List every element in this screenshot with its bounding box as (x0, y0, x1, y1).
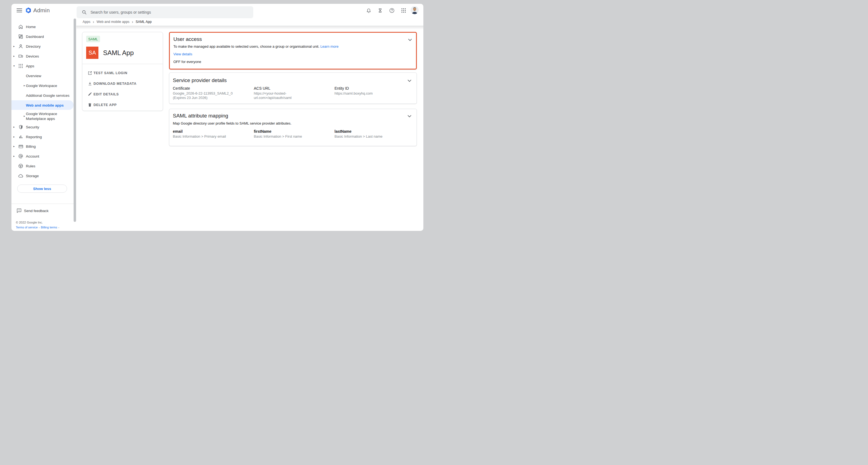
chevron-right-icon: ▸ (13, 45, 15, 48)
steering-wheel-icon (18, 163, 24, 169)
tasks-button[interactable] (377, 7, 383, 13)
chevron-down-icon[interactable] (408, 39, 412, 41)
sidebar-item-google-workspace[interactable]: ▸ Google Workspace (11, 81, 76, 91)
sidebar-item-directory[interactable]: ▸ Directory (11, 41, 76, 51)
chevron-right-icon: ▸ (24, 84, 25, 87)
breadcrumb-separator-icon: › (93, 20, 94, 24)
terms-of-service-link[interactable]: Terms of service (16, 226, 38, 229)
attribute-mapping-title: SAML attribute mapping (173, 113, 228, 119)
trash-icon (88, 102, 92, 107)
chevron-right-icon: ▸ (13, 135, 15, 138)
admin-hexagon-icon (25, 7, 32, 13)
sidebar-item-additional-google-services[interactable]: Additional Google services (11, 91, 76, 100)
footer-links: Terms of service - Billing terms - (16, 226, 59, 229)
show-less-button[interactable]: Show less (17, 185, 67, 193)
sidebar-item-home[interactable]: Home (11, 22, 76, 32)
user-access-card: User access To make the managed app avai… (169, 32, 417, 69)
view-details-link[interactable]: View details (174, 52, 192, 56)
app-title: SAML App (103, 49, 134, 57)
notifications-button[interactable] (365, 7, 372, 13)
sidebar-divider (11, 204, 76, 204)
credit-card-icon (18, 144, 24, 149)
account-avatar[interactable] (410, 6, 419, 14)
sidebar-item-devices[interactable]: ▸ Devices (11, 51, 76, 61)
app-info-card: SAML SA SAML App TEST SAML LOGIN DOWNLOA… (82, 32, 163, 111)
download-icon (88, 81, 92, 86)
sidebar-item-account[interactable]: ▸ Account (11, 151, 76, 161)
header-scroll-shadow (76, 26, 423, 29)
chevron-down-icon[interactable] (408, 115, 411, 118)
mapping-lastname: lastName Basic Information > Last name (335, 129, 412, 139)
test-saml-login-button[interactable]: TEST SAML LOGIN (82, 69, 163, 76)
breadcrumb-apps[interactable]: Apps (83, 20, 91, 24)
sidebar-item-security[interactable]: ▸ Security (11, 122, 76, 132)
cloud-icon (18, 173, 24, 179)
user-access-title: User access (174, 36, 202, 42)
footer-separator: - (39, 226, 40, 229)
chevron-down-icon: ▾ (13, 65, 15, 67)
admin-console-window: Admin (11, 4, 423, 231)
product-name: Admin (33, 7, 50, 13)
help-button[interactable] (389, 7, 395, 13)
google-apps-launcher-button[interactable] (400, 7, 407, 13)
feedback-icon (17, 208, 22, 213)
shield-icon (18, 124, 24, 130)
sidebar-scrollbar[interactable] (73, 19, 76, 222)
sidebar-item-apps[interactable]: ▾ Apps (11, 61, 76, 71)
pencil-icon (88, 92, 92, 97)
apps-grid-icon (401, 8, 406, 13)
certificate-field: Certificate Google_2026-6-22-113953_SAML… (173, 86, 251, 100)
download-metadata-button[interactable]: DOWNLOAD METADATA (82, 80, 163, 87)
copyright-text: © 2022 Google Inc. (16, 221, 43, 224)
chevron-right-icon: ▸ (13, 155, 15, 158)
open-in-new-icon (88, 71, 92, 75)
search-bar[interactable] (76, 6, 253, 18)
sidebar-item-google-workspace-marketplace-apps[interactable]: ▸ Google Workspace Marketplace apps (11, 109, 76, 123)
user-access-status: OFF for everyone (174, 60, 201, 64)
devices-icon (18, 54, 24, 59)
chevron-right-icon: ▸ (13, 126, 15, 128)
edit-details-button[interactable]: EDIT DETAILS (82, 91, 163, 98)
service-provider-title: Service provider details (173, 78, 226, 84)
card-divider (82, 64, 163, 64)
at-sign-icon (18, 153, 24, 159)
chevron-down-icon[interactable] (408, 80, 411, 82)
entity-id-field: Entity ID https://saml.boxyhq.com (335, 86, 412, 96)
acs-url-field: ACS URL https://<your-hosted- url.com>/a… (254, 86, 332, 100)
chevron-right-icon: ▸ (13, 55, 15, 58)
send-feedback-button[interactable]: Send feedback (11, 206, 76, 216)
sidebar-item-web-and-mobile-apps[interactable]: Web and mobile apps (11, 100, 76, 110)
service-provider-details-card: Service provider details Certificate Goo… (169, 72, 417, 104)
breadcrumb-web-and-mobile-apps[interactable]: Web and mobile apps (96, 20, 129, 24)
mapping-email: email Basic Information > Primary email (173, 129, 251, 139)
sidebar-item-reporting[interactable]: ▸ Reporting (11, 132, 76, 142)
sidebar-item-storage[interactable]: Storage (11, 171, 76, 181)
delete-app-button[interactable]: DELETE APP (82, 101, 163, 108)
search-icon (82, 10, 87, 15)
sidebar-item-rules[interactable]: Rules (11, 161, 76, 171)
person-icon (18, 43, 24, 49)
apps-grid-icon (18, 63, 24, 69)
mapping-firstname: firstName Basic Information > First name (254, 129, 332, 139)
sidebar-item-overview[interactable]: Overview (11, 71, 76, 81)
breadcrumb-current: SAML App (136, 20, 152, 24)
hamburger-menu-button[interactable] (17, 8, 22, 12)
saml-attribute-mapping-card: SAML attribute mapping Map Google direct… (169, 109, 417, 146)
breadcrumb: Apps › Web and mobile apps › SAML App (83, 20, 152, 24)
sidebar-item-billing[interactable]: ▸ Billing (11, 142, 76, 151)
user-access-description: To make the managed app available to sel… (174, 44, 339, 49)
help-icon (389, 8, 395, 13)
learn-more-link[interactable]: Learn more (320, 44, 338, 49)
chevron-right-icon: ▸ (24, 115, 25, 118)
billing-terms-link[interactable]: Billing terms (41, 226, 57, 229)
breadcrumb-separator-icon: › (132, 20, 133, 24)
search-input[interactable] (90, 10, 244, 15)
bar-chart-icon (18, 134, 24, 140)
hourglass-icon (378, 8, 383, 13)
dashboard-icon (18, 34, 24, 39)
saml-badge: SAML (86, 36, 100, 42)
sidebar-item-dashboard[interactable]: Dashboard (11, 32, 76, 41)
bell-icon (366, 8, 372, 13)
app-avatar: SA (86, 46, 98, 59)
home-icon (18, 24, 24, 29)
